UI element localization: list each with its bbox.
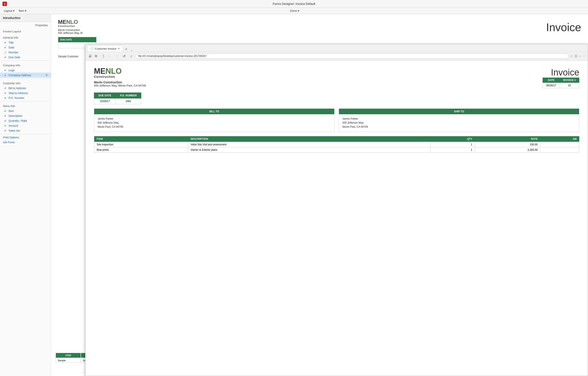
item-cell: Blue prints [94, 147, 188, 152]
tab-close-button[interactable]: ✕ [118, 47, 120, 50]
extensions-icon[interactable]: ☆ [579, 54, 581, 58]
items-info-label: Items Info [0, 102, 51, 108]
zoom-menu[interactable]: Zoom ▾ [288, 8, 302, 13]
address-bar[interactable]: file:///C:/Users/jtracey/Desktop/custome… [136, 54, 569, 59]
due-date-header: DUE DATE [94, 93, 116, 98]
browser-restore-icon[interactable]: ⧉ [94, 54, 98, 58]
main-layout: Introduction Properties Invoice Layout G… [0, 14, 588, 376]
sidebar-item-date[interactable]: ✔ Date [0, 45, 51, 50]
sidebar-item-title[interactable]: ✔ Title [0, 40, 51, 45]
browser-pdf-icon[interactable]: 📑 [99, 54, 105, 58]
company-address: 500 Jefferson Way, Menlo Park, CA 94706 [94, 84, 146, 87]
browser-tabs: 📄 Customer Invoice ✕ + ⌄ [85, 44, 588, 52]
invoice-num-value: 10 [560, 83, 579, 88]
sidebar-item-amount[interactable]: ✔ Amount [0, 123, 51, 128]
check-icon: ✔ [4, 41, 7, 44]
sidebar-item-bill-to[interactable]: ✔ Bill to Address [0, 86, 51, 91]
ship-to-name: James Parker [342, 117, 576, 121]
amount-cell [540, 142, 579, 147]
bill-to-body: James Parker 500 Jefferson Way Menlo Par… [94, 114, 334, 132]
items-table: ITEM DESCRIPTION QTY RATE AM Site inspec… [94, 136, 579, 153]
check-icon: ✔ [4, 129, 7, 132]
browser-tab-active[interactable]: 📄 Customer Invoice ✕ [87, 45, 123, 52]
ship-to-body: James Parker 500 Jefferson Way Menlo Par… [339, 114, 579, 132]
tab-chevron-icon[interactable]: ⌄ [129, 48, 134, 52]
item-menu[interactable]: Item ▾ [17, 8, 29, 13]
divider [0, 101, 51, 101]
ship-to-address1: 500 Jefferson Way [342, 121, 576, 125]
layout-arrow-icon: ▾ [13, 9, 14, 12]
sidebar-item-sales-tax[interactable]: ✔ Sales tax [0, 128, 51, 133]
ship-to-header: SHIP TO [339, 109, 579, 114]
preview-invoice-title: Invoice [546, 21, 581, 34]
description-cell: Initial Site Visit and assessment [188, 142, 430, 147]
browser-print-icon[interactable]: 🖨 [88, 54, 93, 58]
ship-to-block: SHIP TO James Parker 500 Jefferson Way M… [339, 108, 579, 132]
invoice-title: Invoice [543, 67, 579, 78]
table-row: Blue prints Interior & Exterior plans 1 … [94, 147, 579, 152]
check-icon: ✔ [4, 109, 7, 113]
sidebar-item-company-address[interactable]: ✔ Company Address ⚙ [0, 73, 51, 78]
sidebar-item-item[interactable]: ✔ Item [0, 108, 51, 113]
due-date-value: 10/26/17 [94, 98, 116, 104]
refresh-button[interactable]: ↺ [121, 53, 127, 59]
amount-cell [540, 147, 579, 152]
invoice-addresses: BILL TO James Parker 500 Jefferson Way M… [94, 108, 579, 132]
sidebar: Introduction Properties Invoice Layout G… [0, 14, 51, 376]
check-icon: ✔ [4, 56, 7, 59]
divider [0, 61, 51, 61]
sidebar-item-print-options[interactable]: Print Options [0, 135, 51, 140]
invoice-right-block: Invoice DATE INVOICE # 09/26/17 10 [543, 67, 579, 88]
browser-chrome: 📄 Customer Invoice ✕ + ⌄ 🖨 ⧉ 📑 ← → ↺ ⌂ [85, 44, 588, 61]
po-number-value: 1001 [116, 98, 141, 104]
divider [0, 134, 51, 134]
item-col-header: ITEM [94, 136, 188, 142]
bill-to-name: James Parker [98, 117, 331, 121]
layout-menu[interactable]: Layout ▾ [2, 8, 17, 13]
invoice-info-table: DATE INVOICE # 09/26/17 10 [543, 78, 579, 88]
table-row: Site inspection Initial Site Visit and a… [94, 142, 579, 147]
rate-cell: 2,300.00 [475, 147, 540, 152]
zoom-arrow-icon: ▾ [298, 9, 299, 12]
sidebar-item-set-fonts[interactable]: Set Fonts [0, 140, 51, 145]
bill-to-block: BILL TO James Parker 500 Jefferson Way M… [94, 108, 335, 132]
item-arrow-icon: ▾ [25, 9, 26, 12]
pdf-icon: 📄 [90, 47, 94, 50]
company-name: Menlo Construction [94, 81, 146, 84]
invoice-logo-block: MENLO Construction Menlo Construction 50… [94, 67, 146, 87]
sidebar-item-due-date[interactable]: ✔ Due Date [0, 55, 51, 60]
browser-content: MENLO Construction Menlo Construction 50… [85, 61, 588, 376]
hub-icon[interactable]: ☰ [574, 54, 577, 58]
more-icon[interactable]: ⋯ [583, 54, 586, 58]
sidebar-item-ship-to[interactable]: ✔ Ship to Address [0, 91, 51, 96]
preview-logo: MENLO Construction [58, 19, 96, 27]
home-button[interactable]: ⌂ [128, 53, 134, 59]
invoice-layout-label: Invoice Layout [0, 28, 51, 34]
title-bar: Q Forms Designer: Invoice Default [0, 0, 588, 8]
gear-icon[interactable]: ⚙ [45, 74, 48, 77]
favorites-icon[interactable]: ☆ [570, 54, 573, 58]
window-title: Forms Designer: Invoice Default [273, 2, 315, 6]
browser-nav-bar: 🖨 ⧉ 📑 ← → ↺ ⌂ file:///C:/Users/jtracey/D… [85, 52, 588, 60]
check-icon: ✔ [4, 46, 7, 49]
preview-company-name: Menlo Construction [58, 29, 96, 32]
new-tab-button[interactable]: + [123, 47, 129, 52]
invoice-num-header: INVOICE # [560, 78, 579, 83]
sidebar-item-description[interactable]: ✔ Description [0, 113, 51, 118]
check-icon: ☐ [4, 51, 7, 54]
sidebar-item-number[interactable]: ☐ Number [0, 50, 51, 55]
due-po-table: DUE DATE P.O. NUMBER 10/26/17 1001 [94, 93, 141, 104]
sidebar-item-quantity-rate[interactable]: ✔ Quantity / Rate [0, 118, 51, 123]
preview-company-address: 500 Jefferson Way, M [58, 32, 96, 34]
sidebar-item-po-number[interactable]: ✔ P.O. Number [0, 96, 51, 100]
general-info-label: General Info [0, 34, 51, 40]
ship-to-address2: Menlo Park, CA 94706 [342, 125, 576, 129]
item-cell: Site inspection [94, 142, 188, 147]
po-number-header: P.O. NUMBER [116, 93, 141, 98]
forward-button[interactable]: → [114, 53, 120, 59]
back-button[interactable]: ← [106, 53, 113, 59]
content-area: MENLO Construction Menlo Construction 50… [51, 14, 588, 376]
sidebar-item-logo[interactable]: ✔ Logo [0, 68, 51, 73]
check-icon: ✔ [4, 119, 7, 122]
invoice-header: MENLO Construction Menlo Construction 50… [94, 67, 579, 88]
